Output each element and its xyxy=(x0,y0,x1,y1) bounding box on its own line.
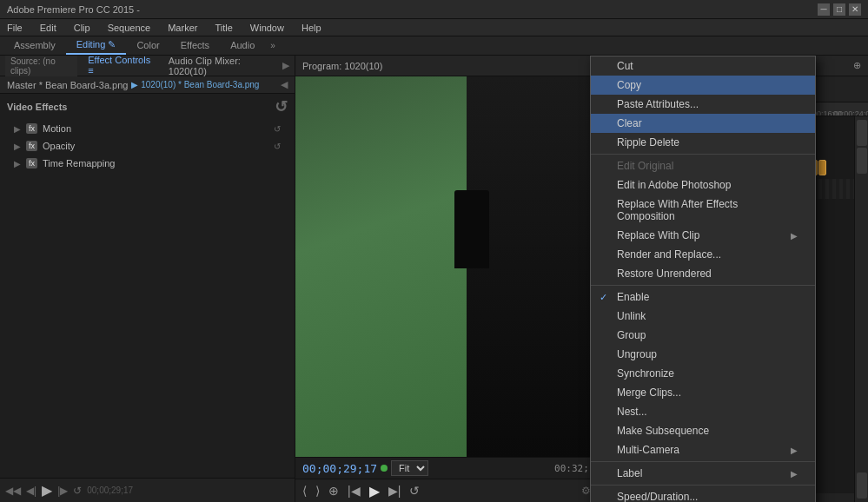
edge-btn-2[interactable] xyxy=(857,148,867,174)
master-label: Master * Bean Board-3a.png xyxy=(7,80,128,90)
menu-sequence[interactable]: Sequence xyxy=(104,21,155,35)
loop-program-btn[interactable]: ↺ xyxy=(406,482,423,499)
edge-btn-1[interactable] xyxy=(857,120,867,146)
ctx-speed-duration[interactable]: Speed/Duration... xyxy=(591,487,815,502)
ctx-sep-1 xyxy=(591,154,815,155)
ctx-unlink[interactable]: Unlink xyxy=(591,307,815,326)
effect-time-remapping[interactable]: ▶ fx Time Remapping xyxy=(0,155,295,172)
ctx-synchronize-label: Synchronize xyxy=(617,367,674,380)
ctx-speed-duration-label: Speed/Duration... xyxy=(617,491,698,502)
ctx-render-replace[interactable]: Render and Replace... xyxy=(591,245,815,264)
ctx-clear-label: Clear xyxy=(617,117,642,129)
ctx-merge-clips-label: Merge Clips... xyxy=(617,386,681,399)
ctx-label-arrow: ▶ xyxy=(791,469,798,479)
menu-help[interactable]: Help xyxy=(298,21,325,35)
close-button[interactable]: ✕ xyxy=(849,3,861,16)
ctx-make-subsequence[interactable]: Make Subsequence xyxy=(591,421,815,440)
ctx-copy[interactable]: Copy xyxy=(591,76,815,95)
motion-fx-label: fx xyxy=(26,123,37,134)
ctx-cut-label: Cut xyxy=(617,60,633,72)
motion-expand-icon: ▶ xyxy=(14,124,21,134)
menu-file[interactable]: File xyxy=(3,21,26,35)
add-marker-btn[interactable]: ⊕ xyxy=(325,482,342,499)
effect-controls-header: Source: (no clips) Effect Controls ≡ Aud… xyxy=(0,56,295,76)
ctx-unlink-label: Unlink xyxy=(617,310,646,322)
ctx-edit-photoshop[interactable]: Edit in Adobe Photoshop xyxy=(591,175,815,195)
ctx-restore-unrendered-label: Restore Unrendered xyxy=(617,268,712,280)
opacity-fx-label: fx xyxy=(26,141,37,151)
source-label[interactable]: Source: (no clips) xyxy=(5,56,77,77)
workspace-tab-bar: Assembly Editing ✎ Color Effects Audio » xyxy=(0,36,868,56)
mark-in-btn[interactable]: ⟨ xyxy=(299,482,310,499)
ctx-enable[interactable]: ✓ Enable xyxy=(591,287,815,307)
menu-window[interactable]: Window xyxy=(247,21,288,35)
menu-marker[interactable]: Marker xyxy=(164,21,201,35)
program-timecode: 00;00;29;17 xyxy=(302,462,377,475)
tab-effects[interactable]: Effects xyxy=(170,37,220,55)
window-controls: ─ □ ✕ xyxy=(818,3,861,16)
tab-effect-controls[interactable]: Effect Controls ≡ xyxy=(83,56,158,78)
ctx-label[interactable]: Label ▶ xyxy=(591,464,815,483)
ctx-cut[interactable]: Cut xyxy=(591,56,815,76)
ctx-sep-2 xyxy=(591,285,815,286)
master-arrow: ◀ xyxy=(281,79,288,90)
time-remap-label: Time Remapping xyxy=(43,158,115,168)
ruler-mark-3: 00;00;24;00 xyxy=(833,109,868,117)
menu-title[interactable]: Title xyxy=(211,21,235,35)
tab-assembly[interactable]: Assembly xyxy=(3,37,66,55)
time-remap-expand-icon: ▶ xyxy=(14,159,21,168)
play-btn[interactable]: ▶ xyxy=(42,482,52,499)
ctx-enable-label: Enable xyxy=(617,291,649,303)
menu-clip[interactable]: Clip xyxy=(70,21,94,35)
ctx-edit-original[interactable]: Edit Original xyxy=(591,156,815,175)
ctx-nest-label: Nest... xyxy=(617,406,647,418)
video-preview xyxy=(295,76,607,457)
clip-v1-orange-2[interactable] xyxy=(818,160,827,175)
effect-opacity[interactable]: ▶ fx Opacity ↺ xyxy=(0,137,295,155)
maximize-button[interactable]: □ xyxy=(833,3,845,16)
step-fwd-btn[interactable]: |▶ xyxy=(57,485,68,497)
play-program-btn[interactable]: ▶ xyxy=(366,481,383,501)
ctx-replace-ae[interactable]: Replace With After Effects Composition xyxy=(591,195,815,226)
program-monitor-label: Program: 1020(10) xyxy=(302,61,382,71)
menu-edit[interactable]: Edit xyxy=(36,21,60,35)
ctx-edit-photoshop-label: Edit in Adobe Photoshop xyxy=(617,179,731,191)
ctx-replace-clip[interactable]: Replace With Clip ▶ xyxy=(591,226,815,245)
opacity-expand-icon: ▶ xyxy=(14,142,21,151)
video-effects-reset[interactable]: ↺ xyxy=(275,97,288,116)
tab-audio[interactable]: Audio xyxy=(220,37,265,55)
app-title: Adobe Premiere Pro CC 2015 - xyxy=(7,4,140,15)
playback-left-btn[interactable]: ◀◀ xyxy=(5,485,21,497)
mark-out-btn[interactable]: ⟩ xyxy=(312,482,323,499)
step-back-btn[interactable]: ◀| xyxy=(26,485,36,497)
edge-btn-3[interactable] xyxy=(857,472,867,499)
add-track-btn[interactable]: ⊕ xyxy=(853,60,861,71)
motion-reset-btn[interactable]: ↺ xyxy=(274,124,281,134)
clip-link[interactable]: ▶ 1020(10) * Bean Board-3a.png xyxy=(131,80,259,89)
minimize-button[interactable]: ─ xyxy=(818,3,830,16)
tab-editing[interactable]: Editing ✎ xyxy=(66,36,127,55)
step-back-frame-btn[interactable]: |◀ xyxy=(344,482,364,499)
ctx-restore-unrendered[interactable]: Restore Unrendered xyxy=(591,264,815,283)
ctx-enable-check: ✓ xyxy=(600,292,607,303)
ctx-paste-attributes[interactable]: Paste Attributes... xyxy=(591,95,815,114)
ctx-multi-camera[interactable]: Multi-Camera ▶ xyxy=(591,440,815,459)
tab-audio-clip-mixer[interactable]: Audio Clip Mixer: 1020(10) xyxy=(163,56,277,78)
more-tabs-button[interactable]: » xyxy=(270,41,275,50)
ctx-ungroup[interactable]: Ungroup xyxy=(591,345,815,364)
panel-menu-icon[interactable]: ▶ xyxy=(282,60,289,71)
effect-motion[interactable]: ▶ fx Motion ↺ xyxy=(0,120,295,137)
ctx-clear[interactable]: Clear xyxy=(591,114,815,133)
loop-btn[interactable]: ↺ xyxy=(73,485,82,497)
context-menu: Cut Copy Paste Attributes... Clear Rippl… xyxy=(590,56,816,502)
ctx-merge-clips[interactable]: Merge Clips... xyxy=(591,383,815,402)
ctx-group-label: Group xyxy=(617,329,646,341)
ctx-group[interactable]: Group xyxy=(591,326,815,345)
tab-color[interactable]: Color xyxy=(126,37,169,55)
ctx-nest[interactable]: Nest... xyxy=(591,402,815,421)
step-fwd-frame-btn[interactable]: ▶| xyxy=(385,482,405,499)
ctx-synchronize[interactable]: Synchronize xyxy=(591,364,815,383)
ctx-ripple-delete[interactable]: Ripple Delete xyxy=(591,133,815,152)
fit-dropdown[interactable]: Fit xyxy=(391,460,428,476)
opacity-reset-btn[interactable]: ↺ xyxy=(274,142,281,151)
